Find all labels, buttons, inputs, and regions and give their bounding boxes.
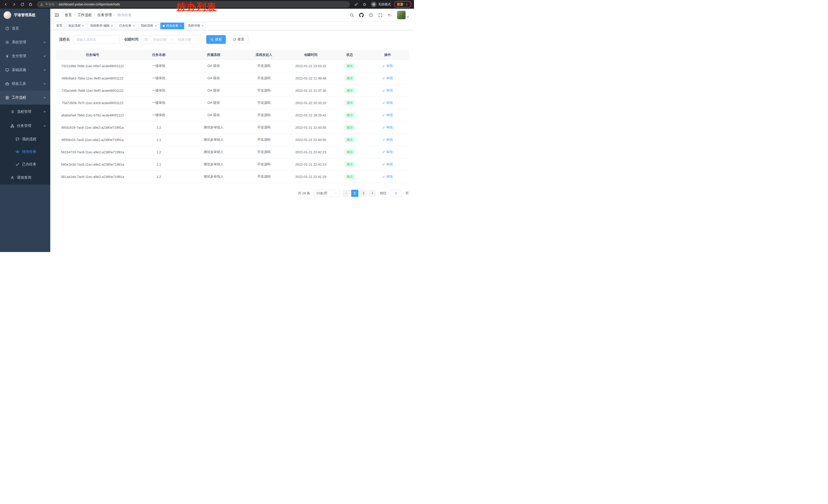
- sidebar-item-infrastructure[interactable]: 基础设施: [0, 63, 50, 77]
- tab-item[interactable]: 已办任务: [117, 22, 137, 29]
- github-icon[interactable]: [359, 13, 364, 17]
- search-icon[interactable]: [349, 13, 354, 17]
- pencil-icon: [382, 138, 385, 141]
- search-button[interactable]: 搜索: [206, 35, 226, 44]
- sidebar-item-leave-query[interactable]: 请假查询: [0, 171, 50, 185]
- sidebar-item-task-management[interactable]: 任务管理: [0, 119, 50, 133]
- sidebar-item-label: 请假查询: [17, 175, 31, 180]
- security-label: 不安全: [45, 2, 55, 7]
- breadcrumb-home[interactable]: 首页: [65, 13, 72, 17]
- fullscreen-icon[interactable]: [378, 13, 383, 17]
- pencil-icon: [382, 163, 385, 166]
- update-button[interactable]: 更新: [394, 1, 411, 8]
- approve-link-label: 审批: [386, 174, 393, 179]
- sidebar-item-todo-tasks[interactable]: 待办任务: [0, 145, 50, 158]
- date-range-picker[interactable]: -: [141, 35, 202, 44]
- next-page-button[interactable]: [369, 190, 376, 197]
- task-id-cell: 8f059c03-7ac8-11ec-a9e2-a2380e71991a: [55, 134, 129, 146]
- sidebar-item-workflow[interactable]: 工作流程: [0, 91, 50, 104]
- home-icon[interactable]: [27, 1, 34, 8]
- approve-link[interactable]: 审批: [382, 100, 393, 105]
- created-time-cell: 2022-01-21 22:43:55: [289, 121, 333, 134]
- tab-label: 待办任务: [166, 24, 178, 28]
- back-icon[interactable]: [3, 1, 9, 8]
- approve-link[interactable]: 审批: [382, 162, 393, 167]
- tab-item[interactable]: 流程表单-编辑: [88, 22, 115, 29]
- sidebar-item-payment[interactable]: 支付管理: [0, 49, 50, 63]
- approve-link[interactable]: 审批: [382, 174, 393, 179]
- font-size-icon[interactable]: TT: [387, 13, 392, 17]
- breadcrumb-workflow[interactable]: 工作流程: [78, 13, 92, 17]
- goto-page-input[interactable]: [390, 190, 402, 197]
- approve-link[interactable]: 审批: [382, 125, 393, 130]
- initiator-cell: 芋道源码: [239, 134, 289, 146]
- avatar: [397, 11, 406, 19]
- tab-item[interactable]: 待办任务: [160, 22, 184, 29]
- approve-link[interactable]: 审批: [382, 63, 393, 68]
- chevron-left-icon: [345, 192, 347, 194]
- process-cell: 测试多审批人: [188, 171, 239, 183]
- tab-close-icon[interactable]: [133, 25, 135, 27]
- tab-close-icon[interactable]: [111, 25, 113, 27]
- page-size-select[interactable]: 10条/页: [314, 190, 340, 197]
- user-menu[interactable]: [397, 11, 409, 19]
- forward-icon[interactable]: [11, 1, 17, 8]
- sidebar-item-my-process[interactable]: 我的流程: [0, 133, 50, 145]
- pencil-icon: [382, 113, 385, 117]
- status-cell: 激活: [333, 146, 367, 158]
- table-header-cell: 状态: [333, 50, 367, 60]
- approve-link[interactable]: 审批: [382, 76, 393, 81]
- task-id-cell: a6aba0a4-7b6d-11ec-b781-acde48001122: [55, 109, 129, 121]
- prev-page-button[interactable]: [342, 190, 349, 197]
- approve-link[interactable]: 审批: [382, 137, 393, 142]
- monitor-icon: [5, 68, 9, 72]
- task-id-cell: 58154733-7ac8-11ec-a9e2-a2380e71991a: [55, 146, 129, 158]
- sidebar-toggle-icon[interactable]: [50, 9, 63, 21]
- start-date-input[interactable]: [149, 38, 171, 42]
- sidebar-item-dev-tools[interactable]: 研发工具: [0, 77, 50, 91]
- reset-button-label: 重置: [238, 37, 244, 42]
- browser-menu-icon[interactable]: [405, 3, 409, 6]
- pencil-icon: [382, 89, 385, 92]
- tabs-bar: 首页 发起流程: [50, 21, 414, 30]
- table-header-row: 任务编号任务名称所属流程流程发起人创建时间状态操作: [55, 50, 409, 60]
- sidebar-item-process-management[interactable]: 流程管理: [0, 104, 50, 119]
- process-name-input[interactable]: [73, 35, 120, 44]
- initiator-cell: 芋道源码: [239, 84, 289, 97]
- approve-link[interactable]: 审批: [382, 88, 393, 93]
- tab-item[interactable]: 我的流程: [138, 22, 159, 29]
- sidebar-item-system[interactable]: 系统管理: [0, 35, 50, 49]
- sidebar-item-label: 我的流程: [22, 137, 36, 141]
- tab-close-icon[interactable]: [179, 25, 182, 27]
- end-date-input[interactable]: [174, 38, 195, 42]
- help-icon[interactable]: ?: [369, 13, 373, 17]
- created-time-cell: 2022-01-22 18:25:41: [289, 109, 333, 121]
- page-number-button[interactable]: 1: [351, 190, 358, 197]
- action-cell: 审批: [367, 134, 409, 146]
- page-number-button[interactable]: 2: [360, 190, 367, 197]
- created-time-cell: 2022-01-21 22:42:23: [289, 158, 333, 171]
- bookmark-star-icon[interactable]: [361, 1, 368, 8]
- breadcrumb-task-management[interactable]: 任务管理: [97, 13, 112, 17]
- tab-item[interactable]: 发起流程: [66, 22, 86, 29]
- sidebar-item-home[interactable]: 首页: [0, 21, 50, 35]
- sidebar-item-done-tasks[interactable]: 已办任务: [0, 158, 50, 171]
- reset-button[interactable]: 重置: [229, 35, 248, 44]
- tab-close-icon[interactable]: [201, 25, 204, 27]
- main-area: 芋道管理系统 首页 系统管理: [0, 9, 414, 252]
- password-key-icon[interactable]: [353, 1, 360, 8]
- chevron-up-icon: [43, 96, 46, 99]
- approve-link[interactable]: 审批: [382, 113, 393, 118]
- status-badge: 激活: [344, 63, 355, 69]
- task-name-cell: 1.2: [129, 171, 188, 183]
- sidebar-item-label: 已办任务: [22, 162, 36, 167]
- approve-link-label: 审批: [386, 125, 393, 130]
- tab-item[interactable]: 首页: [54, 22, 65, 29]
- tab-close-icon[interactable]: [155, 25, 157, 27]
- tab-item[interactable]: 流程详情: [185, 22, 206, 29]
- tab-close-icon[interactable]: [82, 25, 84, 27]
- approve-link[interactable]: 审批: [382, 150, 393, 154]
- status-cell: 激活: [333, 158, 367, 171]
- app-logo[interactable]: 芋道管理系统: [0, 9, 50, 21]
- reload-icon[interactable]: [19, 1, 26, 8]
